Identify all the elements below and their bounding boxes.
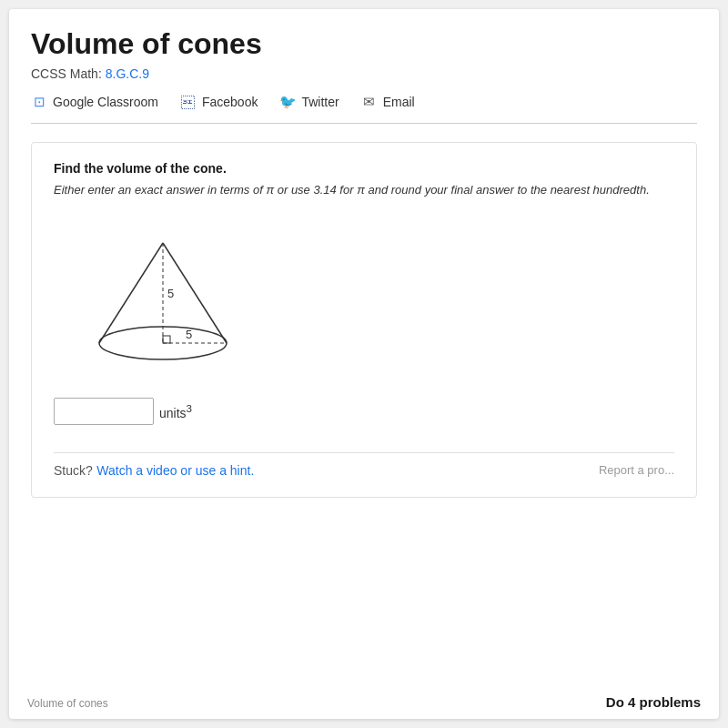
hint-link[interactable]: Watch a video or use a hint. [96,463,254,478]
stuck-hint: Stuck? Watch a video or use a hint. [54,462,254,479]
hint-section: Stuck? Watch a video or use a hint. Repo… [54,452,674,479]
stuck-label: Stuck? [54,463,93,478]
share-google-classroom[interactable]: ⊡ Google Classroom [31,94,158,110]
email-icon: ✉ [361,94,378,110]
problem-card: Find the volume of the cone. Either ente… [31,142,697,498]
ccss-line: CCSS Math: 8.G.C.9 [31,66,697,81]
share-bar: ⊡ Google Classroom  Facebook 🐦 Twitter … [31,94,697,124]
problem-description: Either enter an exact answer in terms of… [54,181,674,199]
svg-text:5: 5 [186,328,192,341]
answer-row: units3 [54,398,674,425]
units-exponent: 3 [187,402,192,414]
svg-text:5: 5 [167,287,174,300]
problem-title: Find the volume of the cone. [54,161,674,176]
share-twitter[interactable]: 🐦 Twitter [279,94,339,110]
page-title: Volume of cones [31,27,697,61]
answer-input[interactable] [54,398,154,425]
units-label: units3 [159,402,192,420]
cone-diagram: 5 5 [54,216,674,379]
facebook-label: Facebook [202,95,258,109]
twitter-label: Twitter [301,95,339,109]
share-email[interactable]: ✉ Email [361,94,415,110]
google-classroom-icon: ⊡ [31,94,47,110]
bottom-page-label: Volume of cones [27,697,108,710]
facebook-icon:  [180,94,197,110]
ccss-label: CCSS Math: [31,66,102,81]
share-facebook[interactable]:  Facebook [180,94,258,110]
report-problem-link[interactable]: Report a pro... [599,463,674,477]
email-label: Email [383,95,415,109]
do-problems-label[interactable]: Do 4 problems [606,694,701,710]
twitter-icon: 🐦 [279,94,296,110]
ccss-link[interactable]: 8.G.C.9 [106,66,149,81]
google-classroom-label: Google Classroom [53,95,158,109]
